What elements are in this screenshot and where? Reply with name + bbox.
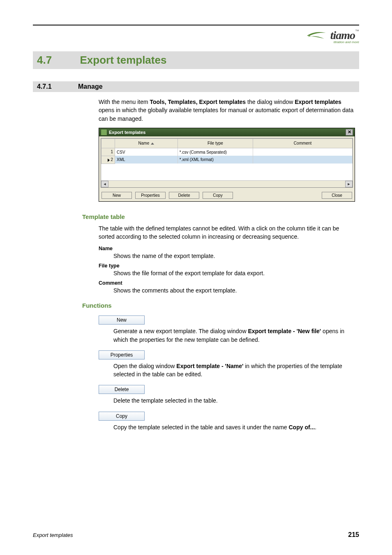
fn-new-button[interactable]: New xyxy=(99,315,145,325)
footer-section-name: Export templates xyxy=(33,532,73,538)
def-filetype-term: File type xyxy=(99,263,355,269)
page-footer: Export templates 215 xyxy=(33,531,359,539)
logo-brand-text: tiamo xyxy=(330,29,355,41)
cell-filetype: *.csv (Comma Separated) xyxy=(178,148,253,156)
col-header-name[interactable]: Name xyxy=(115,138,178,148)
dialog-app-icon xyxy=(101,129,107,136)
copy-button[interactable]: Copy xyxy=(203,192,233,199)
functions-heading: Functions xyxy=(82,302,359,309)
def-name-body: Shows the name of the export template. xyxy=(113,252,355,260)
cell-comment xyxy=(253,148,353,156)
subsection-title-text: Manage xyxy=(78,83,103,90)
horizontal-scrollbar[interactable]: ◄ ► xyxy=(101,180,353,187)
section-heading: 4.7 Export templates xyxy=(33,51,359,69)
logo-subtitle: titration and more xyxy=(330,40,359,44)
subsection-heading: 4.7.1 Manage xyxy=(33,81,359,92)
table-row[interactable]: 2XML*.xml (XML format) xyxy=(101,156,353,164)
section-number: 4.7 xyxy=(37,54,78,67)
close-icon[interactable]: ✕ xyxy=(346,129,353,136)
fn-copy-button[interactable]: Copy xyxy=(99,412,145,421)
dialog-title: Export templates xyxy=(109,130,145,135)
fn-copy-desc: Copy the template selected in the table … xyxy=(113,423,355,431)
col-header-filetype[interactable]: File type xyxy=(178,138,253,148)
fn-properties-button[interactable]: Properties xyxy=(99,350,145,359)
def-filetype-body: Shows the file format of the export temp… xyxy=(113,269,355,278)
def-comment-term: Comment xyxy=(99,280,355,286)
template-table-para: The table with the defined templates can… xyxy=(99,224,355,241)
fn-properties-desc: Open the dialog window Export template -… xyxy=(113,362,355,379)
table-row[interactable]: 1CSV*.csv (Comma Separated) xyxy=(101,148,353,156)
properties-button[interactable]: Properties xyxy=(135,192,166,199)
dialog-button-row: New Properties Delete Copy Close xyxy=(99,189,355,201)
templates-table: Name File type Comment 1CSV*.csv (Comma … xyxy=(101,138,353,164)
export-templates-dialog: Export templates ✕ Name File type Commen… xyxy=(99,128,355,202)
top-rule xyxy=(33,25,359,25)
new-button[interactable]: New xyxy=(101,192,132,199)
row-number-cell: 2 xyxy=(101,156,115,164)
cell-filetype: *.xml (XML format) xyxy=(178,156,253,164)
logo-tm: ™ xyxy=(355,29,359,33)
subsection-number: 4.7.1 xyxy=(37,83,78,90)
row-number-cell: 1 xyxy=(101,148,115,156)
row-pointer-icon xyxy=(108,159,110,162)
def-comment-body: Shows the comments about the export temp… xyxy=(113,287,355,295)
row-header-blank[interactable] xyxy=(101,138,115,148)
sort-asc-icon xyxy=(151,143,154,145)
cell-comment xyxy=(253,156,353,164)
scroll-left-icon[interactable]: ◄ xyxy=(101,181,108,187)
fn-new-desc: Generate a new export template. The dial… xyxy=(113,327,355,344)
cell-name: XML xyxy=(115,156,178,164)
template-table-heading: Template table xyxy=(82,213,359,220)
close-button[interactable]: Close xyxy=(322,192,352,199)
cell-name: CSV xyxy=(115,148,178,156)
logo-swoosh-icon xyxy=(306,30,327,43)
scroll-right-icon[interactable]: ► xyxy=(345,181,353,187)
page-number: 215 xyxy=(348,531,359,539)
intro-paragraph: With the menu item Tools, Templates, Exp… xyxy=(99,98,355,123)
delete-button[interactable]: Delete xyxy=(169,192,199,199)
dialog-titlebar: Export templates ✕ xyxy=(99,128,355,136)
def-name-term: Name xyxy=(99,246,355,251)
section-title-text: Export templates xyxy=(80,54,166,66)
brand-logo: tiamo™ titration and more xyxy=(33,29,359,44)
col-header-comment[interactable]: Comment xyxy=(253,138,353,148)
fn-delete-desc: Delete the template selected in the tabl… xyxy=(113,396,355,405)
fn-delete-button[interactable]: Delete xyxy=(99,385,145,394)
